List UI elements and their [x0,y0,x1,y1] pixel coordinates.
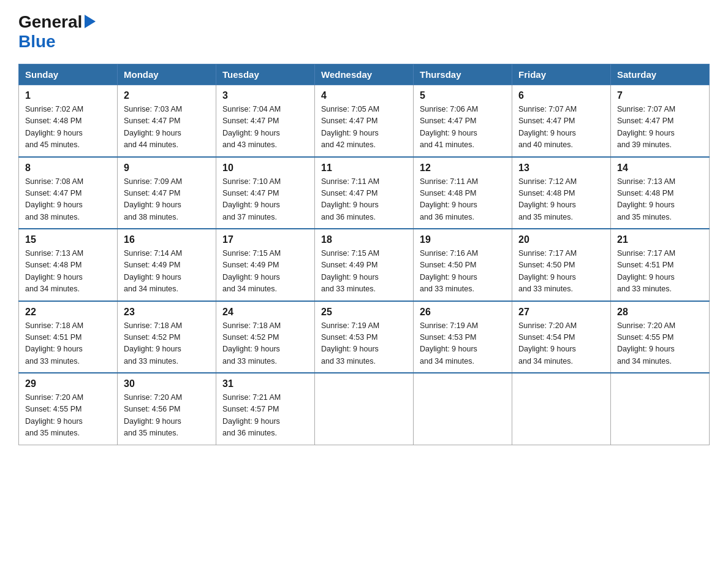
calendar-cell: 23 Sunrise: 7:18 AM Sunset: 4:52 PM Dayl… [118,301,216,373]
day-info: Sunrise: 7:14 AM Sunset: 4:49 PM Dayligh… [124,248,210,296]
day-info: Sunrise: 7:07 AM Sunset: 4:47 PM Dayligh… [617,104,703,151]
calendar-cell: 28 Sunrise: 7:20 AM Sunset: 4:55 PM Dayl… [611,301,710,373]
calendar-cell: 24 Sunrise: 7:18 AM Sunset: 4:52 PM Dayl… [216,301,315,373]
day-info: Sunrise: 7:20 AM Sunset: 4:55 PM Dayligh… [617,320,703,368]
calendar-cell: 15 Sunrise: 7:13 AM Sunset: 4:48 PM Dayl… [19,229,118,301]
calendar-header-wednesday: Wednesday [315,64,414,85]
calendar-cell [414,373,512,445]
day-info: Sunrise: 7:20 AM Sunset: 4:55 PM Dayligh… [25,392,111,440]
day-info: Sunrise: 7:21 AM Sunset: 4:57 PM Dayligh… [222,392,308,440]
day-number: 16 [124,234,210,245]
day-info: Sunrise: 7:18 AM Sunset: 4:52 PM Dayligh… [222,320,308,368]
day-info: Sunrise: 7:03 AM Sunset: 4:47 PM Dayligh… [124,104,210,151]
calendar-cell [512,373,611,445]
day-info: Sunrise: 7:05 AM Sunset: 4:47 PM Dayligh… [321,104,407,151]
day-number: 30 [124,378,210,389]
day-info: Sunrise: 7:13 AM Sunset: 4:48 PM Dayligh… [25,248,111,296]
day-number: 3 [222,90,308,101]
day-number: 27 [518,307,604,318]
day-number: 24 [222,307,308,318]
header: General Blue [18,12,710,52]
day-number: 15 [25,234,111,245]
calendar-cell: 7 Sunrise: 7:07 AM Sunset: 4:47 PM Dayli… [611,85,710,157]
day-number: 12 [420,163,506,174]
calendar: SundayMondayTuesdayWednesdayThursdayFrid… [18,64,710,445]
calendar-cell: 12 Sunrise: 7:11 AM Sunset: 4:48 PM Dayl… [414,157,512,229]
calendar-cell: 10 Sunrise: 7:10 AM Sunset: 4:47 PM Dayl… [216,157,315,229]
calendar-week-row: 22 Sunrise: 7:18 AM Sunset: 4:51 PM Dayl… [19,301,710,373]
day-number: 17 [222,234,308,245]
calendar-cell: 6 Sunrise: 7:07 AM Sunset: 4:47 PM Dayli… [512,85,611,157]
day-number: 23 [124,307,210,318]
calendar-cell: 16 Sunrise: 7:14 AM Sunset: 4:49 PM Dayl… [118,229,216,301]
calendar-cell: 26 Sunrise: 7:19 AM Sunset: 4:53 PM Dayl… [414,301,512,373]
day-info: Sunrise: 7:08 AM Sunset: 4:47 PM Dayligh… [25,176,111,224]
day-number: 1 [25,90,111,101]
day-number: 10 [222,163,308,174]
calendar-cell: 30 Sunrise: 7:20 AM Sunset: 4:56 PM Dayl… [118,373,216,445]
calendar-cell: 9 Sunrise: 7:09 AM Sunset: 4:47 PM Dayli… [118,157,216,229]
calendar-header-sunday: Sunday [19,64,118,85]
svg-marker-0 [85,15,96,28]
logo-general-text: General [18,12,82,32]
calendar-cell: 31 Sunrise: 7:21 AM Sunset: 4:57 PM Dayl… [216,373,315,445]
day-info: Sunrise: 7:15 AM Sunset: 4:49 PM Dayligh… [222,248,308,296]
day-number: 14 [617,163,703,174]
calendar-cell: 18 Sunrise: 7:15 AM Sunset: 4:49 PM Dayl… [315,229,414,301]
calendar-cell: 4 Sunrise: 7:05 AM Sunset: 4:47 PM Dayli… [315,85,414,157]
day-number: 26 [420,307,506,318]
calendar-week-row: 8 Sunrise: 7:08 AM Sunset: 4:47 PM Dayli… [19,157,710,229]
calendar-header-saturday: Saturday [611,64,710,85]
day-info: Sunrise: 7:19 AM Sunset: 4:53 PM Dayligh… [420,320,506,368]
day-number: 25 [321,307,407,318]
logo-triangle-icon [85,15,96,31]
day-info: Sunrise: 7:02 AM Sunset: 4:48 PM Dayligh… [25,104,111,151]
calendar-header-row: SundayMondayTuesdayWednesdayThursdayFrid… [19,64,710,85]
day-number: 28 [617,307,703,318]
day-info: Sunrise: 7:11 AM Sunset: 4:48 PM Dayligh… [420,176,506,224]
calendar-cell: 17 Sunrise: 7:15 AM Sunset: 4:49 PM Dayl… [216,229,315,301]
calendar-cell: 1 Sunrise: 7:02 AM Sunset: 4:48 PM Dayli… [19,85,118,157]
calendar-cell: 27 Sunrise: 7:20 AM Sunset: 4:54 PM Dayl… [512,301,611,373]
day-number: 5 [420,90,506,101]
day-info: Sunrise: 7:15 AM Sunset: 4:49 PM Dayligh… [321,248,407,296]
day-info: Sunrise: 7:13 AM Sunset: 4:48 PM Dayligh… [617,176,703,224]
day-info: Sunrise: 7:17 AM Sunset: 4:51 PM Dayligh… [617,248,703,296]
day-number: 19 [420,234,506,245]
calendar-cell: 2 Sunrise: 7:03 AM Sunset: 4:47 PM Dayli… [118,85,216,157]
calendar-header-monday: Monday [118,64,216,85]
calendar-cell: 5 Sunrise: 7:06 AM Sunset: 4:47 PM Dayli… [414,85,512,157]
calendar-cell: 29 Sunrise: 7:20 AM Sunset: 4:55 PM Dayl… [19,373,118,445]
day-number: 31 [222,378,308,389]
day-number: 11 [321,163,407,174]
calendar-week-row: 15 Sunrise: 7:13 AM Sunset: 4:48 PM Dayl… [19,229,710,301]
calendar-week-row: 29 Sunrise: 7:20 AM Sunset: 4:55 PM Dayl… [19,373,710,445]
day-info: Sunrise: 7:17 AM Sunset: 4:50 PM Dayligh… [518,248,604,296]
logo: General Blue [18,12,96,52]
calendar-cell: 19 Sunrise: 7:16 AM Sunset: 4:50 PM Dayl… [414,229,512,301]
calendar-cell: 25 Sunrise: 7:19 AM Sunset: 4:53 PM Dayl… [315,301,414,373]
day-info: Sunrise: 7:09 AM Sunset: 4:47 PM Dayligh… [124,176,210,224]
day-info: Sunrise: 7:10 AM Sunset: 4:47 PM Dayligh… [222,176,308,224]
calendar-cell: 21 Sunrise: 7:17 AM Sunset: 4:51 PM Dayl… [611,229,710,301]
calendar-cell: 3 Sunrise: 7:04 AM Sunset: 4:47 PM Dayli… [216,85,315,157]
day-number: 13 [518,163,604,174]
calendar-cell: 8 Sunrise: 7:08 AM Sunset: 4:47 PM Dayli… [19,157,118,229]
day-number: 21 [617,234,703,245]
day-info: Sunrise: 7:18 AM Sunset: 4:52 PM Dayligh… [124,320,210,368]
day-info: Sunrise: 7:20 AM Sunset: 4:56 PM Dayligh… [124,392,210,440]
day-number: 18 [321,234,407,245]
day-info: Sunrise: 7:07 AM Sunset: 4:47 PM Dayligh… [518,104,604,151]
calendar-cell: 14 Sunrise: 7:13 AM Sunset: 4:48 PM Dayl… [611,157,710,229]
day-info: Sunrise: 7:12 AM Sunset: 4:48 PM Dayligh… [518,176,604,224]
day-info: Sunrise: 7:11 AM Sunset: 4:47 PM Dayligh… [321,176,407,224]
day-info: Sunrise: 7:20 AM Sunset: 4:54 PM Dayligh… [518,320,604,368]
day-number: 22 [25,307,111,318]
calendar-cell [315,373,414,445]
day-number: 6 [518,90,604,101]
day-info: Sunrise: 7:04 AM Sunset: 4:47 PM Dayligh… [222,104,308,151]
calendar-cell: 13 Sunrise: 7:12 AM Sunset: 4:48 PM Dayl… [512,157,611,229]
day-info: Sunrise: 7:18 AM Sunset: 4:51 PM Dayligh… [25,320,111,368]
day-info: Sunrise: 7:19 AM Sunset: 4:53 PM Dayligh… [321,320,407,368]
day-info: Sunrise: 7:16 AM Sunset: 4:50 PM Dayligh… [420,248,506,296]
